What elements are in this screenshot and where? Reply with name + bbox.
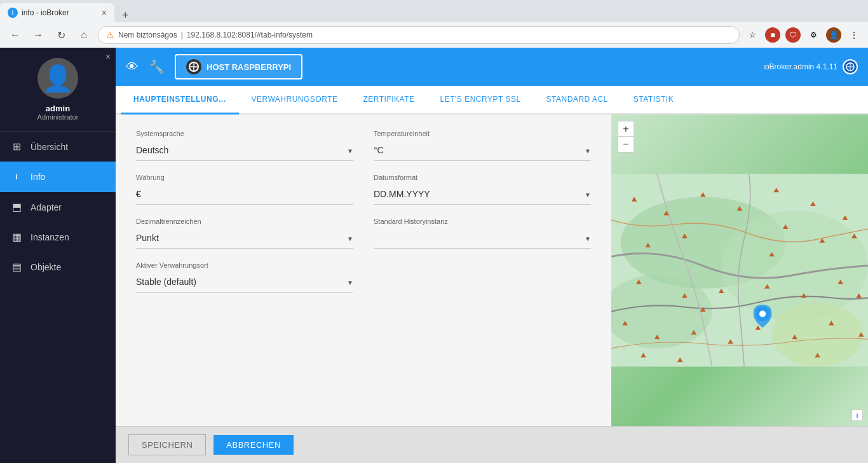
tab-letsencrypt[interactable]: LET'S ENCRYPT SSL: [428, 86, 534, 114]
form-panel: Systemsprache Deutsch English Français E…: [116, 114, 611, 426]
systemsprache-label: Systemsprache: [136, 130, 353, 137]
cancel-button[interactable]: ABBRECHEN: [214, 435, 293, 455]
sidebar: × 👤 admin Administrator ⊞ Übersicht i In…: [0, 48, 116, 463]
tab-statistik[interactable]: STATISTIK: [621, 86, 686, 114]
nav-bar: ← → ↻ ⌂ ⚠ Nem biztonságos | 192.168.8.10…: [0, 22, 868, 48]
home-button[interactable]: ⌂: [75, 26, 93, 44]
extension-shield-icon[interactable]: 🛡: [785, 27, 801, 43]
systemsprache-select[interactable]: Deutsch English Français Español: [136, 140, 353, 161]
sidebar-item-uebersicht[interactable]: ⊞ Übersicht: [0, 132, 116, 162]
tab-verwahrungsorte[interactable]: VERWAHRUNGSORTE: [239, 86, 351, 114]
app-container: × 👤 admin Administrator ⊞ Übersicht i In…: [0, 48, 868, 463]
adapter-icon: ⬒: [10, 201, 23, 213]
sidebar-item-instanzen[interactable]: ▦ Instanzen: [0, 222, 116, 252]
form-group-verwahrungsort: Aktiver Verwahrungsort Stable (default) …: [136, 261, 353, 293]
menu-icon[interactable]: ⋮: [846, 27, 862, 43]
form-row-4: Aktiver Verwahrungsort Stable (default) …: [136, 261, 591, 293]
tab-standardacl[interactable]: STANDARD ACL: [534, 86, 621, 114]
map-zoom-controls: + −: [618, 121, 634, 153]
warning-icon: ⚠: [106, 30, 114, 40]
form-group-historyinstanz: Standard Historyinstanz: [374, 218, 591, 249]
dezimaltrennzeichen-label: Dezimaltrennzeichen: [136, 218, 353, 225]
user-profile: × 👤 admin Administrator: [0, 48, 116, 132]
form-group-dezimaltrennzeichen: Dezimaltrennzeichen Punkt Komma: [136, 218, 353, 249]
datumsformat-select[interactable]: DD.MM.YYYY MM/DD/YYYY YYYY-MM-DD: [374, 184, 591, 205]
temperatureinheit-select-wrapper: °C °F: [374, 140, 591, 161]
datumsformat-select-wrapper: DD.MM.YYYY MM/DD/YYYY YYYY-MM-DD: [374, 184, 591, 205]
tab-haupteinstellung[interactable]: HAUPTEINSTELLUNG...: [121, 86, 239, 114]
svg-point-8: [721, 211, 868, 321]
forward-button[interactable]: →: [29, 26, 47, 44]
save-button[interactable]: SPEICHERN: [128, 434, 206, 455]
sidebar-item-label: Instanzen: [31, 232, 69, 242]
zoom-in-button[interactable]: +: [618, 121, 634, 137]
form-row-2: Währung € Datumsformat DD.MM.YYYY MM/DD/…: [136, 174, 591, 205]
form-group-waehrung: Währung €: [136, 174, 353, 205]
sidebar-item-adapter[interactable]: ⬒ Adapter: [0, 192, 116, 222]
profile-icon[interactable]: 👤: [826, 27, 841, 43]
sidebar-item-objekte[interactable]: ▤ Objekte: [0, 252, 116, 282]
datumsformat-label: Datumsformat: [374, 174, 591, 181]
user-name: admin: [46, 104, 70, 113]
info-circle-icon: i: [10, 170, 23, 183]
new-tab-button[interactable]: +: [117, 9, 134, 22]
sidebar-nav: ⊞ Übersicht i Info ⬒ Adapter ▦ Instanzen…: [0, 132, 116, 463]
host-button[interactable]: HOST RASPBERRYPI: [175, 54, 302, 79]
verwahrungsort-select[interactable]: Stable (default) Latest: [136, 272, 353, 293]
waehrung-label: Währung: [136, 174, 353, 181]
grid-icon: ⊞: [10, 141, 23, 153]
tab-close-button[interactable]: ×: [102, 8, 107, 18]
objects-icon: ▤: [10, 261, 23, 273]
dezimaltrennzeichen-select[interactable]: Punkt Komma: [136, 228, 353, 249]
instances-icon: ▦: [10, 231, 23, 243]
url-warning-text: Nem biztonságos: [118, 31, 177, 39]
address-bar[interactable]: ⚠ Nem biztonságos | 192.168.8.102:8081/#…: [98, 26, 740, 44]
historyinstanz-label: Standard Historyinstanz: [374, 218, 591, 225]
temperatureinheit-select[interactable]: °C °F: [374, 140, 591, 161]
nav-icons: ☆ ■ 🛡 ⚙ 👤 ⋮: [745, 27, 862, 43]
form-row-3: Dezimaltrennzeichen Punkt Komma Standard…: [136, 218, 591, 249]
avatar: 👤: [37, 58, 78, 99]
sidebar-item-label: Übersicht: [31, 142, 68, 152]
back-button[interactable]: ←: [6, 26, 24, 44]
wrench-icon[interactable]: 🔧: [149, 59, 165, 74]
form-group-systemsprache: Systemsprache Deutsch English Français E…: [136, 130, 353, 161]
avatar-icon: 👤: [42, 64, 74, 93]
historyinstanz-select-wrapper: [374, 228, 591, 249]
sidebar-item-label: Adapter: [31, 202, 62, 212]
waehrung-value: €: [136, 184, 353, 205]
zoom-out-button[interactable]: −: [618, 137, 634, 152]
eye-icon[interactable]: 👁: [126, 60, 139, 74]
historyinstanz-select[interactable]: [374, 228, 591, 249]
pipe-separator: |: [181, 31, 183, 39]
systemsprache-select-wrapper: Deutsch English Français Español: [136, 140, 353, 161]
extension-red-icon[interactable]: ■: [765, 27, 780, 43]
form-row-1: Systemsprache Deutsch English Français E…: [136, 130, 591, 161]
sidebar-item-label: Objekte: [31, 262, 61, 272]
host-logo-icon: [186, 59, 201, 74]
host-label: HOST RASPBERRYPI: [207, 62, 291, 72]
bookmark-icon[interactable]: ☆: [745, 27, 760, 43]
iobroker-logo-icon: [843, 59, 858, 74]
temperatureinheit-label: Temperatureinheit: [374, 130, 591, 137]
map-info-button[interactable]: i: [851, 410, 863, 421]
tab-zertifikate[interactable]: ZERTIFIKATE: [350, 86, 427, 114]
sidebar-item-info[interactable]: i Info: [0, 162, 116, 192]
main-content: 👁 🔧 HOST RASPBERRYPI ioBroker.admin 4.1.…: [116, 48, 868, 463]
svg-point-46: [759, 310, 766, 317]
top-bar-right: ioBroker.admin 4.1.11: [763, 59, 858, 74]
extensions-icon[interactable]: ⚙: [806, 27, 821, 43]
url-text: 192.168.8.102:8081/#tab-info/system: [187, 31, 313, 39]
form-group-temperatureinheit: Temperatureinheit °C °F: [374, 130, 591, 161]
bottom-bar: SPEICHERN ABBRECHEN: [116, 426, 868, 463]
map-background: + −: [611, 114, 868, 426]
reload-button[interactable]: ↻: [52, 26, 70, 44]
verwahrungsort-select-wrapper: Stable (default) Latest: [136, 272, 353, 293]
content-tabs: HAUPTEINSTELLUNG... VERWAHRUNGSORTE ZERT…: [116, 86, 868, 114]
map-container: + −: [611, 114, 868, 426]
form-group-datumsformat: Datumsformat DD.MM.YYYY MM/DD/YYYY YYYY-…: [374, 174, 591, 205]
verwahrungsort-label: Aktiver Verwahrungsort: [136, 261, 353, 269]
browser-tab[interactable]: i info - ioBroker ×: [0, 3, 114, 22]
close-sidebar-button[interactable]: ×: [105, 52, 111, 62]
dezimaltrennzeichen-select-wrapper: Punkt Komma: [136, 228, 353, 249]
